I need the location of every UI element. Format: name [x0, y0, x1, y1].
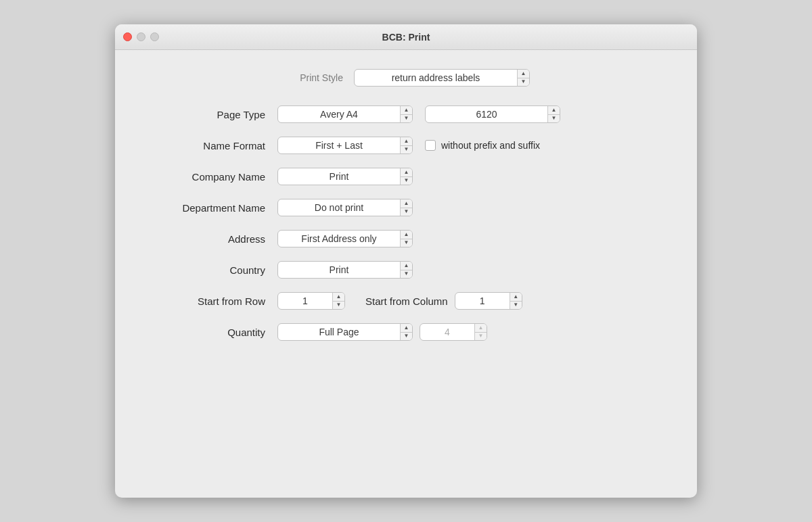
department-name-arrow-down[interactable]: ▼	[401, 208, 412, 216]
page-type-arrows[interactable]: ▲ ▼	[400, 106, 412, 122]
address-arrows[interactable]: ▲ ▼	[400, 231, 412, 247]
company-name-value: Print	[278, 171, 400, 182]
address-arrow-down[interactable]: ▼	[401, 239, 412, 247]
name-format-value: First + Last	[278, 140, 400, 151]
country-arrow-up[interactable]: ▲	[401, 262, 412, 270]
traffic-lights	[123, 32, 159, 41]
print-style-arrows[interactable]: ▲ ▼	[517, 70, 529, 86]
print-style-label: Print Style	[282, 72, 343, 83]
start-from-column-value: 1	[455, 295, 510, 306]
print-style-value: return address labels	[355, 72, 517, 83]
department-name-row: Department Name Do not print ▲ ▼	[142, 199, 670, 216]
print-style-select[interactable]: return address labels ▲ ▼	[354, 69, 530, 87]
department-name-arrow-up[interactable]: ▲	[401, 199, 412, 208]
print-style-row: Print Style return address labels ▲ ▼	[142, 69, 670, 87]
quantity-num-stepper[interactable]: 4 ▲ ▼	[420, 323, 487, 341]
country-arrows[interactable]: ▲ ▼	[400, 262, 412, 278]
quantity-arrow-down[interactable]: ▼	[401, 333, 412, 341]
address-select[interactable]: First Address only ▲ ▼	[277, 230, 413, 247]
page-type-num-select[interactable]: 6120 ▲ ▼	[425, 105, 560, 123]
prefix-suffix-checkbox[interactable]	[425, 140, 436, 151]
department-name-value: Do not print	[278, 202, 400, 213]
company-name-arrow-up[interactable]: ▲	[401, 168, 412, 177]
page-type-num-arrows[interactable]: ▲ ▼	[547, 106, 560, 122]
country-select[interactable]: Print ▲ ▼	[277, 261, 413, 279]
start-from-column-arrow-down[interactable]: ▼	[510, 302, 522, 310]
maximize-button[interactable]	[150, 32, 159, 41]
titlebar: BCB: Print	[115, 24, 697, 50]
page-type-arrow-up[interactable]: ▲	[401, 106, 412, 115]
name-format-arrows[interactable]: ▲ ▼	[400, 137, 412, 153]
address-label: Address	[142, 233, 277, 245]
start-from-column-stepper[interactable]: 1 ▲ ▼	[455, 292, 522, 310]
name-format-row: Name Format First + Last ▲ ▼ without pre…	[142, 137, 670, 154]
prefix-suffix-label: without prefix and suffix	[441, 140, 540, 151]
prefix-suffix-wrap: without prefix and suffix	[425, 140, 540, 151]
page-type-select[interactable]: Avery A4 ▲ ▼	[277, 105, 413, 123]
quantity-num-arrow-down[interactable]: ▼	[475, 333, 487, 341]
company-name-row: Company Name Print ▲ ▼	[142, 168, 670, 185]
start-from-column-arrow-up[interactable]: ▲	[510, 293, 522, 302]
name-format-arrow-up[interactable]: ▲	[401, 137, 412, 146]
start-from-row-value: 1	[278, 295, 332, 306]
quantity-num-value: 4	[420, 327, 474, 337]
page-type-row: Page Type Avery A4 ▲ ▼ 6120 ▲ ▼	[142, 105, 670, 123]
start-from-row-stepper[interactable]: 1 ▲ ▼	[277, 292, 345, 310]
department-name-label: Department Name	[142, 202, 277, 214]
start-from-row-arrow-up[interactable]: ▲	[333, 293, 344, 302]
print-dialog: BCB: Print Print Style return address la…	[115, 24, 697, 498]
start-row-column-row: Start from Row 1 ▲ ▼ Start from Column 1…	[142, 292, 670, 310]
page-type-num-value: 6120	[426, 109, 547, 120]
country-row: Country Print ▲ ▼	[142, 261, 670, 279]
page-type-num-arrow-down[interactable]: ▼	[548, 115, 560, 123]
department-name-select[interactable]: Do not print ▲ ▼	[277, 199, 413, 216]
company-name-arrows[interactable]: ▲ ▼	[400, 168, 412, 185]
page-type-value: Avery A4	[278, 109, 400, 120]
quantity-arrows[interactable]: ▲ ▼	[400, 324, 412, 340]
name-format-label: Name Format	[142, 140, 277, 151]
start-from-column-arrows[interactable]: ▲ ▼	[510, 293, 522, 309]
page-type-num-arrow-up[interactable]: ▲	[548, 106, 560, 115]
country-label: Country	[142, 264, 277, 276]
name-format-select[interactable]: First + Last ▲ ▼	[277, 137, 413, 154]
quantity-select[interactable]: Full Page ▲ ▼	[277, 323, 413, 341]
address-row: Address First Address only ▲ ▼	[142, 230, 670, 247]
start-from-row-label: Start from Row	[142, 295, 277, 307]
quantity-row: Quantity Full Page ▲ ▼ 4 ▲ ▼	[142, 323, 670, 341]
quantity-value: Full Page	[278, 327, 400, 337]
address-arrow-up[interactable]: ▲	[401, 231, 412, 239]
window-title: BCB: Print	[382, 32, 430, 43]
company-name-label: Company Name	[142, 171, 277, 183]
quantity-arrow-up[interactable]: ▲	[401, 324, 412, 333]
address-value: First Address only	[278, 233, 400, 244]
minimize-button[interactable]	[137, 32, 145, 41]
form-content: Print Style return address labels ▲ ▼ Pa…	[115, 50, 697, 379]
start-from-row-arrows[interactable]: ▲ ▼	[332, 293, 344, 309]
quantity-label: Quantity	[142, 327, 277, 338]
start-from-row-arrow-down[interactable]: ▼	[333, 302, 344, 310]
company-name-select[interactable]: Print ▲ ▼	[277, 168, 413, 185]
page-type-arrow-down[interactable]: ▼	[401, 115, 412, 123]
print-style-arrow-up[interactable]: ▲	[518, 70, 529, 78]
close-button[interactable]	[123, 32, 132, 41]
department-name-arrows[interactable]: ▲ ▼	[400, 199, 412, 216]
page-type-fields: Avery A4 ▲ ▼ 6120 ▲ ▼	[277, 105, 560, 123]
print-style-arrow-down[interactable]: ▼	[518, 78, 529, 87]
start-from-column-label: Start from Column	[365, 295, 448, 307]
quantity-num-arrows[interactable]: ▲ ▼	[474, 324, 487, 340]
name-format-arrow-down[interactable]: ▼	[401, 146, 412, 154]
company-name-arrow-down[interactable]: ▼	[401, 177, 412, 185]
quantity-num-arrow-up[interactable]: ▲	[475, 324, 487, 333]
country-value: Print	[278, 264, 400, 275]
page-type-label: Page Type	[142, 109, 277, 120]
country-arrow-down[interactable]: ▼	[401, 270, 412, 279]
